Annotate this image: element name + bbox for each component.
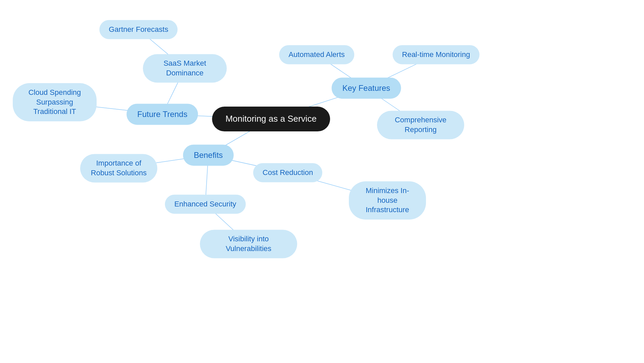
key-features-node: Key Features [332, 77, 401, 99]
future-trends-label: Future Trends [137, 109, 187, 119]
visibility-vulnerabilities-label: Visibility into Vulnerabilities [209, 234, 288, 253]
comprehensive-reporting-node: Comprehensive Reporting [377, 111, 464, 139]
key-features-label: Key Features [342, 83, 390, 93]
real-time-monitoring-node: Real-time Monitoring [393, 45, 480, 64]
importance-robust-label: Importance of Robust Solutions [90, 159, 148, 178]
future-trends-node: Future Trends [126, 104, 198, 125]
real-time-monitoring-label: Real-time Monitoring [402, 50, 470, 60]
gartner-forecasts-label: Gartner Forecasts [109, 25, 168, 35]
cloud-spending-node: Cloud Spending Surpassing Traditional IT [13, 83, 97, 121]
saas-market-label: SaaS Market Dominance [152, 59, 217, 78]
benefits-label: Benefits [194, 150, 223, 160]
automated-alerts-label: Automated Alerts [288, 50, 345, 60]
visibility-vulnerabilities-node: Visibility into Vulnerabilities [200, 230, 297, 258]
enhanced-security-label: Enhanced Security [174, 199, 236, 209]
enhanced-security-node: Enhanced Security [165, 195, 246, 214]
center-label: Monitoring as a Service [225, 113, 317, 125]
minimizes-inhouse-node: Minimizes In-house Infrastructure [349, 181, 426, 220]
saas-market-node: SaaS Market Dominance [143, 54, 227, 82]
benefits-node: Benefits [183, 144, 234, 166]
cost-reduction-node: Cost Reduction [253, 163, 322, 182]
cost-reduction-label: Cost Reduction [263, 168, 313, 178]
importance-robust-node: Importance of Robust Solutions [80, 154, 157, 182]
cloud-spending-label: Cloud Spending Surpassing Traditional IT [22, 88, 87, 117]
automated-alerts-node: Automated Alerts [279, 45, 354, 64]
comprehensive-reporting-label: Comprehensive Reporting [386, 115, 455, 134]
minimizes-inhouse-label: Minimizes In-house Infrastructure [358, 186, 417, 215]
gartner-forecasts-node: Gartner Forecasts [99, 20, 177, 39]
center-node: Monitoring as a Service [212, 107, 330, 131]
